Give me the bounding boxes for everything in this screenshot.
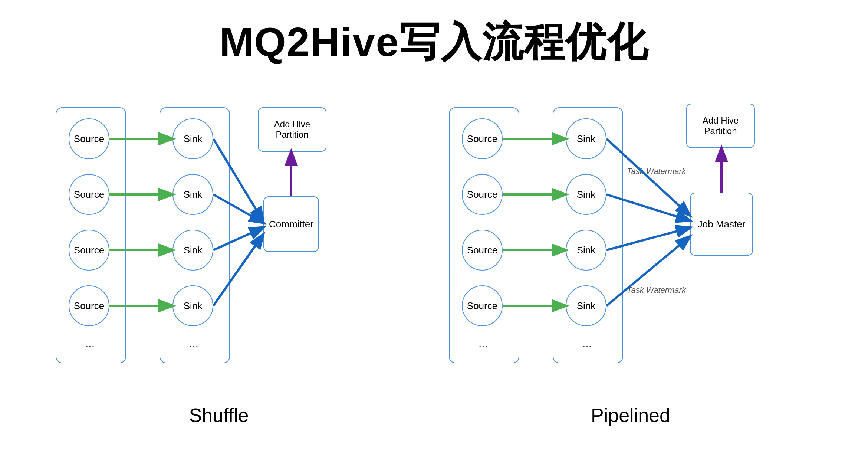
- pipelined-add-hive: Add HivePartition: [686, 104, 755, 148]
- pipelined-source-1: Source: [462, 118, 503, 159]
- shuffle-committer: Committer: [263, 196, 319, 252]
- pipelined-sink-3: Sink: [566, 230, 606, 271]
- pipelined-job-master: Job Master: [690, 193, 753, 256]
- diagrams-container: Source Source Source Source ... Sink Sin…: [0, 89, 868, 426]
- shuffle-source-3: Source: [69, 230, 109, 271]
- pipelined-sink-dots: ...: [582, 337, 592, 350]
- pipelined-watermark-1: Task Watermark: [627, 167, 686, 176]
- pipelined-diagram: Source Source Source Source ... Sink Sin…: [445, 89, 816, 426]
- shuffle-sink-4: Sink: [172, 285, 213, 326]
- pipelined-sink-2: Sink: [566, 174, 606, 215]
- shuffle-source-dots: ...: [85, 337, 95, 350]
- shuffle-source-1: Source: [69, 118, 109, 159]
- shuffle-source-4: Source: [69, 285, 109, 326]
- pipelined-area: Source Source Source Source ... Sink Sin…: [445, 89, 816, 393]
- shuffle-sink-2: Sink: [172, 174, 213, 215]
- shuffle-sink-3: Sink: [172, 230, 213, 271]
- pipelined-source-2: Source: [462, 174, 503, 215]
- page-title: MQ2Hive写入流程优化: [0, 0, 868, 81]
- shuffle-sink-dots: ...: [189, 337, 198, 350]
- shuffle-diagram: Source Source Source Source ... Sink Sin…: [52, 89, 386, 426]
- pipelined-watermark-2: Task Watermark: [627, 285, 686, 295]
- pipelined-source-4: Source: [462, 285, 503, 326]
- shuffle-source-2: Source: [69, 174, 109, 215]
- shuffle-sink-1: Sink: [172, 118, 213, 159]
- pipelined-source-3: Source: [462, 230, 503, 271]
- pipelined-label: Pipelined: [591, 404, 670, 426]
- shuffle-label: Shuffle: [189, 404, 249, 426]
- shuffle-add-hive: Add HivePartition: [258, 107, 326, 152]
- pipelined-sink-4: Sink: [566, 285, 606, 326]
- shuffle-area: Source Source Source Source ... Sink Sin…: [52, 89, 386, 393]
- pipelined-source-dots: ...: [479, 337, 488, 350]
- pipelined-sink-1: Sink: [566, 118, 606, 159]
